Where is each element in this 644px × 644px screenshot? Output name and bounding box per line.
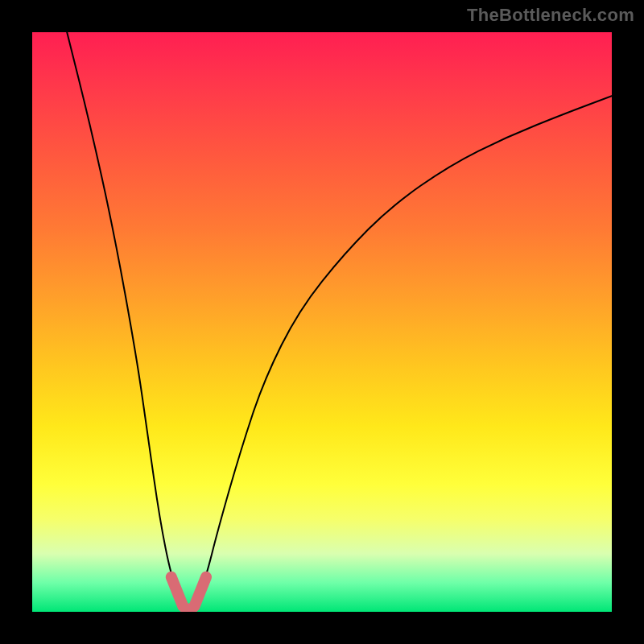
highlight-band	[171, 577, 206, 612]
curve-layer	[32, 32, 612, 612]
chart-frame: TheBottleneck.com	[0, 0, 644, 644]
plot-area	[32, 32, 612, 612]
watermark-text: TheBottleneck.com	[467, 5, 634, 26]
bottleneck-curve	[67, 32, 612, 610]
